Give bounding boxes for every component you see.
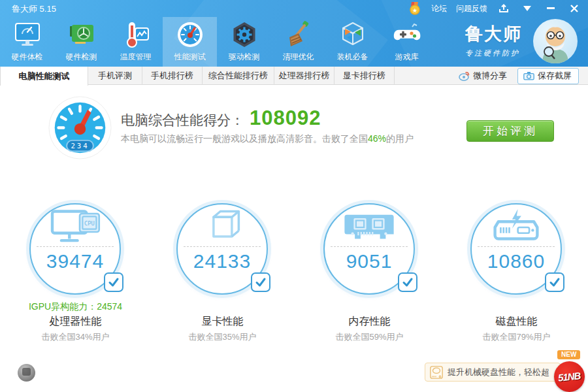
score-desc-percent: 46% <box>368 133 386 144</box>
gauge-title: 内存性能 <box>296 315 443 329</box>
weibo-icon <box>459 71 470 81</box>
cube-box-icon <box>338 20 367 49</box>
gauge-disk: 10860 磁盘性能 击败全国79%用户 <box>443 203 588 344</box>
check-badge-icon <box>251 272 270 292</box>
thermometer-icon <box>122 20 150 49</box>
svg-text:★: ★ <box>412 7 417 14</box>
toolbar-label: 硬件体检 <box>12 52 43 63</box>
minimize-icon[interactable] <box>544 2 558 15</box>
monitor-checkup-icon <box>13 20 42 49</box>
gauge-subtitle: 击败全国35%用户 <box>149 331 296 343</box>
medal-icon[interactable]: ★ <box>408 2 422 15</box>
speedometer-icon <box>176 20 204 49</box>
toolbar-item-clean-optimize[interactable]: 清理优化 <box>271 17 325 67</box>
score-speedometer-icon: 234 <box>48 96 112 159</box>
gauge-gpu: 24133 显卡性能 击败全国35%用户 <box>149 203 296 344</box>
gauge-title: 磁盘性能 <box>443 315 588 329</box>
gauge-value: 9051 <box>325 250 414 272</box>
gauge-circle: 24133 <box>176 203 268 295</box>
gauge-title: 显卡性能 <box>149 315 296 329</box>
gauge-title: 处理器性能 <box>2 315 149 329</box>
toolbar-label: 游戏库 <box>395 52 419 63</box>
toolbar-label: 驱动检测 <box>229 52 260 63</box>
save-screenshot-button[interactable]: 保存截屏 <box>517 68 579 84</box>
score-row: 电脑综合性能得分： 108092 <box>121 106 321 130</box>
gauge-subtitle: 击败全国79%用户 <box>443 331 588 343</box>
camera-icon <box>523 71 534 80</box>
cpu-monitor-icon: CPU <box>31 209 120 246</box>
divider <box>37 246 114 247</box>
broom-icon <box>284 20 313 49</box>
51nb-logo[interactable]: 51NB <box>554 361 585 392</box>
close-icon[interactable] <box>567 2 581 15</box>
tab-label: 综合性能排行榜 <box>208 70 268 82</box>
score-description: 本电脑可以流畅运行一般游戏以及播放高清影音。击败了全国46%的用户 <box>121 133 414 145</box>
tray-ball-icon[interactable] <box>18 364 35 382</box>
check-badge-icon <box>545 272 564 292</box>
tab-gpu-ranking[interactable]: 显卡排行榜 <box>335 67 395 85</box>
toolbar-label: 温度管理 <box>120 52 152 63</box>
dial-value: 234 <box>71 142 90 150</box>
toolbar-label: 装机必备 <box>337 52 368 63</box>
score-desc-prefix: 本电脑可以流畅运行一般游戏以及播放高清影音。击败了全国 <box>121 133 368 144</box>
toolbar-item-game-library[interactable]: 游戏库 <box>380 17 434 67</box>
titlebar: 鲁大师 5.15 ★ 论坛 问题反馈 <box>0 0 588 17</box>
divider <box>478 246 555 247</box>
toolbar-item-performance-test[interactable]: 性能测试 <box>163 17 217 67</box>
toolbar-label: 硬件检测 <box>66 52 97 63</box>
divider <box>331 246 408 247</box>
toolbar-label: 性能测试 <box>174 52 206 63</box>
promo-disk-icon <box>429 365 444 380</box>
toolbar-item-hardware-detect[interactable]: 硬件检测 <box>54 17 108 67</box>
header: 鲁大师 5.15 ★ 论坛 问题反馈 <box>0 0 588 67</box>
memory-icon <box>325 209 414 246</box>
gamepad-icon <box>393 20 421 49</box>
new-badge: NEW <box>557 350 580 359</box>
feedback-link[interactable]: 问题反馈 <box>456 3 487 14</box>
gpu-card-icon <box>67 20 96 49</box>
gauge-cpu: CPU 39474 IGPU异构能力：24574 处理器性能 击败全国34%用户 <box>2 203 149 344</box>
igpu-extra-score: IGPU异构能力：24574 <box>2 301 149 313</box>
toolbar: 硬件体检 硬件检测 <box>0 17 434 67</box>
gauge-circle: CPU 39474 <box>29 203 121 295</box>
toolbar-item-temperature[interactable]: 温度管理 <box>108 17 163 67</box>
brand-name: 鲁大师 <box>465 22 522 46</box>
menu-arrow-icon[interactable] <box>520 2 534 15</box>
tab-pc-performance-test[interactable]: 电脑性能测试 <box>0 67 88 86</box>
tab-cpu-ranking[interactable]: 处理器排行榜 <box>274 67 335 85</box>
gpu-cube-icon <box>178 209 267 246</box>
tab-overall-ranking[interactable]: 综合性能排行榜 <box>203 67 274 85</box>
tab-phone-ranking[interactable]: 手机排行榜 <box>142 67 203 85</box>
score-value: 108092 <box>250 106 321 130</box>
weibo-share-button[interactable]: 微博分享 <box>459 70 507 82</box>
window-title: 鲁大师 5.15 <box>12 3 56 15</box>
disk-icon <box>472 209 561 246</box>
promo-text: 提升机械硬盘性能，轻松超 <box>448 367 549 378</box>
tab-label: 电脑性能测试 <box>19 71 70 82</box>
gauge-value: 39474 <box>31 250 120 272</box>
toolbar-label: 清理优化 <box>283 52 314 63</box>
share-upload-icon[interactable] <box>497 2 511 15</box>
tab-label: 手机评测 <box>98 70 132 82</box>
gauge-circle: 10860 <box>470 203 562 295</box>
toolbar-item-hardware-checkup[interactable]: 硬件体检 <box>0 17 54 67</box>
gauge-value: 10860 <box>472 250 561 272</box>
divider <box>184 246 261 247</box>
ludashi-window: 鲁大师 5.15 ★ 论坛 问题反馈 <box>0 0 588 392</box>
tab-label: 处理器排行榜 <box>279 70 330 82</box>
gauge-subtitle: 击败全国34%用户 <box>2 331 149 343</box>
weibo-share-label: 微博分享 <box>473 70 507 82</box>
toolbar-item-essential-software[interactable]: 装机必备 <box>325 17 380 67</box>
start-benchmark-button[interactable]: 开始评测 <box>466 120 554 142</box>
tab-label: 显卡排行榜 <box>343 70 385 82</box>
promo-banner[interactable]: 提升机械硬盘性能，轻松超 <box>425 363 561 382</box>
save-screenshot-label: 保存截屏 <box>538 70 572 82</box>
score-label: 电脑综合性能得分： <box>121 111 244 129</box>
toolbar-item-driver-detect[interactable]: 驱动检测 <box>217 17 271 67</box>
check-badge-icon <box>104 272 123 292</box>
tab-bar: 电脑性能测试 手机评测 手机排行榜 综合性能排行榜 处理器排行榜 显卡排行榜 微… <box>0 67 588 85</box>
tab-phone-review[interactable]: 手机评测 <box>88 67 142 85</box>
gear-hexagon-icon <box>230 20 259 49</box>
tab-label: 手机排行榜 <box>151 70 193 82</box>
forum-link[interactable]: 论坛 <box>431 3 447 14</box>
